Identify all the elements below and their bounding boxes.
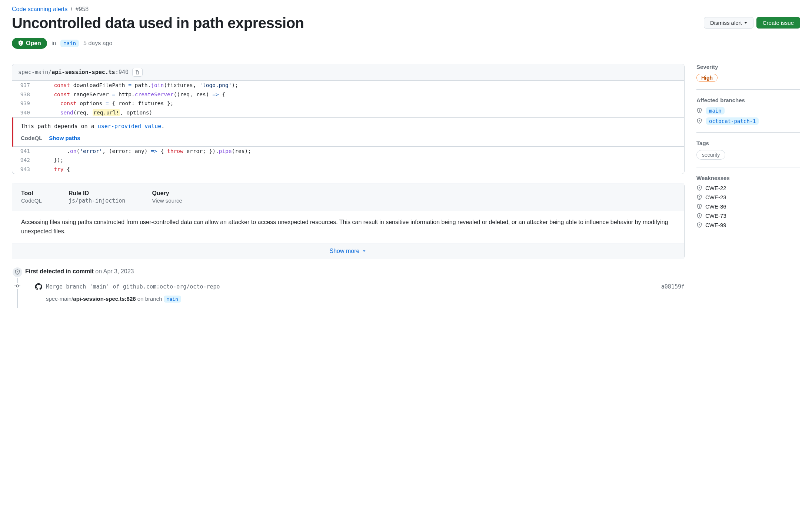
copy-path-button[interactable] [132, 68, 143, 77]
line-number: 942 [12, 156, 34, 165]
caret-down-icon [744, 22, 747, 24]
git-commit-icon [14, 283, 20, 289]
rule-description: Accessing files using paths constructed … [12, 211, 684, 243]
octocat-icon [35, 283, 42, 290]
code-line: 941 .on('error', (error: any) => { throw… [12, 147, 684, 156]
shield-icon [14, 269, 20, 275]
shield-icon [18, 40, 24, 46]
sidebar: Severity High Affected branches mainocto… [696, 64, 800, 243]
code-line: 942 }); [12, 156, 684, 165]
timeline: First detected in commit on Apr 3, 2023 … [12, 267, 685, 308]
code-line: 943 try { [12, 165, 684, 174]
shield-icon [696, 108, 702, 114]
code-location-box: spec-main/api-session-spec.ts:940 937 co… [12, 64, 685, 174]
line-number: 938 [12, 90, 34, 99]
rule-id-heading: Rule ID [69, 190, 126, 197]
weakness-item[interactable]: CWE-22 [696, 185, 800, 191]
affected-branch-item[interactable]: octocat-patch-1 [696, 117, 800, 125]
state-badge-open: Open [12, 38, 47, 49]
affected-branch-item[interactable]: main [696, 107, 800, 114]
code-line: 939 const options = { root: fixtures }; [12, 99, 684, 108]
copy-icon [135, 70, 140, 75]
shield-icon [696, 222, 702, 228]
code-content: const downloadFilePath = path.join(fixtu… [34, 81, 684, 90]
query-heading: Query [152, 190, 182, 197]
status-branch[interactable]: main [60, 40, 79, 47]
first-detected-row: First detected in commit on Apr 3, 2023 [25, 268, 685, 275]
breadcrumb: Code scanning alerts / #958 [12, 6, 800, 13]
line-number: 940 [12, 108, 34, 117]
page-title: Uncontrolled data used in path expressio… [12, 14, 304, 32]
dismiss-alert-button[interactable]: Dismiss alert [704, 17, 753, 29]
commit-dot-icon [14, 283, 20, 289]
rule-details-box: Tool CodeQL Rule ID js/path-injection Qu… [12, 183, 685, 259]
line-number: 943 [12, 165, 34, 174]
breadcrumb-separator: / [71, 6, 72, 12]
weakness-item[interactable]: CWE-73 [696, 213, 800, 219]
breadcrumb-number: #958 [76, 6, 89, 12]
tool-value: CodeQL [21, 197, 42, 204]
timeline-file-location: spec-main/api-session-spec.ts:828 on bra… [35, 296, 685, 302]
line-number: 939 [12, 99, 34, 108]
shield-icon [696, 194, 702, 200]
line-number: 937 [12, 81, 34, 90]
status-in-label: in [51, 40, 56, 47]
weakness-item[interactable]: CWE-36 [696, 203, 800, 210]
shield-icon [696, 118, 702, 124]
code-line: 940 send(req, req.url!, options) [12, 108, 684, 117]
tags-heading: Tags [696, 140, 800, 146]
code-content: const rangeServer = http.createServer((r… [34, 90, 684, 99]
view-source-link[interactable]: View source [152, 197, 182, 204]
timeline-badge-shield [12, 267, 23, 278]
alert-message: This path depends on a user-provided val… [21, 123, 677, 130]
chevron-down-icon [362, 249, 367, 254]
weaknesses-heading: Weaknesses [696, 175, 800, 181]
affected-branches-heading: Affected branches [696, 97, 800, 103]
shield-icon [696, 185, 702, 191]
create-issue-button[interactable]: Create issue [756, 17, 800, 29]
code-content: const options = { root: fixtures }; [34, 99, 684, 108]
tool-heading: Tool [21, 190, 42, 197]
user-provided-value-link[interactable]: user-provided value [98, 123, 162, 130]
code-line: 938 const rangeServer = http.createServe… [12, 90, 684, 99]
tag-pill[interactable]: security [696, 150, 725, 160]
commit-sha-link[interactable]: a08159f [661, 283, 685, 290]
file-path[interactable]: spec-main/api-session-spec.ts:940 [18, 69, 129, 76]
tool-label: CodeQL [21, 135, 42, 141]
shield-icon [696, 213, 702, 219]
code-line: 937 const downloadFilePath = path.join(f… [12, 81, 684, 90]
code-content: }); [34, 156, 684, 165]
severity-badge: High [696, 74, 718, 82]
rule-id-value: js/path-injection [69, 197, 126, 204]
weakness-item[interactable]: CWE-99 [696, 222, 800, 228]
show-more-link[interactable]: Show more [330, 248, 367, 254]
code-content: try { [34, 165, 684, 174]
code-content: .on('error', (error: any) => { throw err… [34, 147, 684, 156]
severity-heading: Severity [696, 64, 800, 70]
line-number: 941 [12, 147, 34, 156]
alert-annotation: This path depends on a user-provided val… [12, 117, 684, 147]
breadcrumb-parent-link[interactable]: Code scanning alerts [12, 6, 67, 12]
status-time: 5 days ago [83, 40, 112, 47]
weakness-item[interactable]: CWE-23 [696, 194, 800, 200]
commit-message[interactable]: Merge branch 'main' of github.com:octo-o… [46, 283, 658, 290]
show-paths-link[interactable]: Show paths [49, 135, 80, 141]
shield-icon [696, 204, 702, 210]
author-avatar[interactable] [35, 283, 42, 290]
timeline-branch[interactable]: main [164, 296, 181, 303]
code-content: send(req, req.url!, options) [34, 108, 684, 117]
